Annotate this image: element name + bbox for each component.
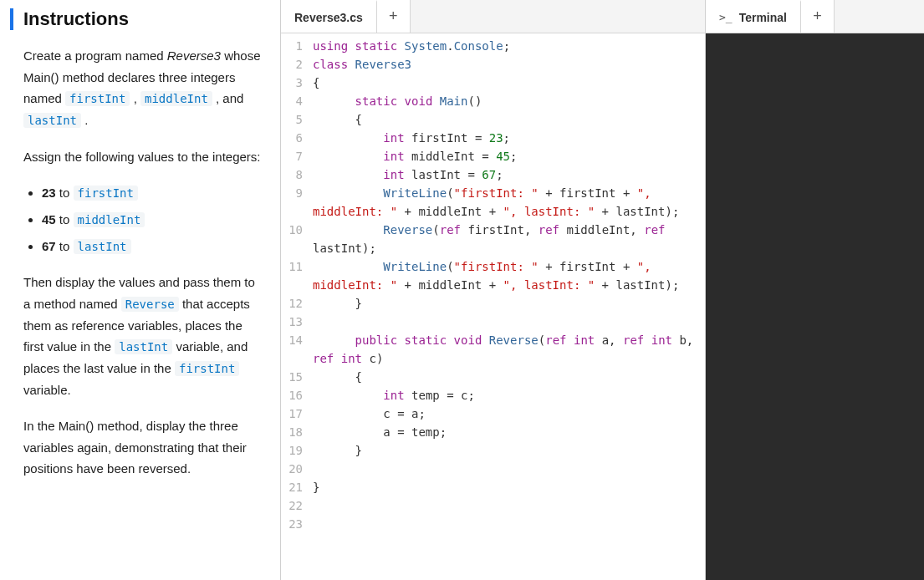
instructions-header: Instructions — [0, 0, 280, 45]
editor-gutter: 1234567891011121314151617181920212223 — [281, 33, 308, 580]
gutter-line: 20 — [281, 460, 303, 478]
gutter-line: 23 — [281, 515, 303, 533]
gutter-line: 12 — [281, 294, 303, 313]
terminal-tab-bar: >_ Terminal + — [706, 0, 924, 33]
terminal-icon: >_ — [719, 11, 733, 23]
code-line[interactable]: int middleInt = 45; — [313, 147, 705, 165]
gutter-line: 3 — [281, 74, 303, 92]
list-item: 45 to middleInt — [42, 209, 262, 231]
gutter-line: 1 — [281, 37, 303, 55]
code-line[interactable] — [313, 515, 705, 533]
terminal-tab[interactable]: >_ Terminal — [706, 0, 801, 33]
gutter-line: 9 — [281, 184, 303, 221]
gutter-line: 19 — [281, 441, 303, 460]
instructions-p1: Create a program named Reverse3 whose Ma… — [23, 45, 262, 131]
code-line[interactable]: { — [313, 110, 705, 129]
gutter-line: 6 — [281, 129, 303, 147]
code-line[interactable]: } — [313, 294, 705, 313]
code-line[interactable]: WriteLine("firstInt: " + firstInt + ", m… — [313, 184, 705, 221]
terminal-add-tab-button[interactable]: + — [801, 0, 835, 33]
gutter-line: 8 — [281, 165, 303, 184]
tab-bar-fill — [411, 0, 705, 33]
code-line[interactable]: int temp = c; — [313, 386, 705, 404]
code-line[interactable]: class Reverse3 — [313, 55, 705, 74]
gutter-line: 7 — [281, 147, 303, 165]
gutter-line: 22 — [281, 496, 303, 515]
code-line[interactable]: } — [313, 441, 705, 460]
gutter-line: 4 — [281, 92, 303, 110]
terminal-tab-label: Terminal — [739, 11, 787, 24]
code-line[interactable]: int lastInt = 67; — [313, 165, 705, 184]
accent-bar — [10, 8, 13, 30]
code-line[interactable]: { — [313, 74, 705, 92]
instructions-p2: Assign the following values to the integ… — [23, 146, 262, 168]
code-line[interactable]: { — [313, 368, 705, 386]
instructions-p4: In the Main() method, display the three … — [23, 415, 262, 480]
app-root: Instructions Create a program named Reve… — [0, 0, 924, 580]
code-line[interactable]: c = a; — [313, 404, 705, 423]
code-line[interactable]: using static System.Console; — [313, 37, 705, 55]
gutter-line: 18 — [281, 423, 303, 441]
code-line[interactable] — [313, 460, 705, 478]
editor-tab-bar: Reverse3.cs + — [281, 0, 705, 33]
instructions-panel: Instructions Create a program named Reve… — [0, 0, 281, 580]
gutter-line: 15 — [281, 368, 303, 386]
gutter-line: 2 — [281, 55, 303, 74]
editor-panel: Reverse3.cs + 12345678910111213141516171… — [281, 0, 706, 580]
gutter-line: 21 — [281, 478, 303, 496]
code-line[interactable]: } — [313, 478, 705, 496]
code-line[interactable]: WriteLine("firstInt: " + firstInt + ", m… — [313, 257, 705, 294]
instructions-bullets: 23 to firstInt 45 to middleInt 67 to las… — [23, 182, 262, 257]
editor-tab[interactable]: Reverse3.cs — [281, 0, 377, 33]
gutter-line: 14 — [281, 331, 303, 368]
editor-add-tab-button[interactable]: + — [377, 0, 411, 33]
code-line[interactable]: a = temp; — [313, 423, 705, 441]
code-line[interactable]: public static void Reverse(ref int a, re… — [313, 331, 705, 368]
gutter-line: 13 — [281, 313, 303, 331]
gutter-line: 11 — [281, 257, 303, 294]
instructions-title: Instructions — [23, 8, 129, 30]
code-line[interactable]: int firstInt = 23; — [313, 129, 705, 147]
gutter-line: 17 — [281, 404, 303, 423]
instructions-body: Create a program named Reverse3 whose Ma… — [0, 45, 280, 511]
gutter-line: 16 — [281, 386, 303, 404]
instructions-p3: Then display the values and pass them to… — [23, 272, 262, 400]
list-item: 67 to lastInt — [42, 236, 262, 257]
editor-body[interactable]: 1234567891011121314151617181920212223 us… — [281, 33, 705, 580]
code-line[interactable]: static void Main() — [313, 92, 705, 110]
code-line[interactable] — [313, 496, 705, 515]
code-line[interactable] — [313, 313, 705, 331]
terminal-panel: >_ Terminal + — [706, 0, 924, 580]
gutter-line: 5 — [281, 110, 303, 129]
terminal-body[interactable] — [706, 33, 924, 580]
gutter-line: 10 — [281, 221, 303, 257]
list-item: 23 to firstInt — [42, 182, 262, 204]
editor-code-area[interactable]: using static System.Console;class Revers… — [308, 33, 705, 580]
code-line[interactable]: Reverse(ref firstInt, ref middleInt, ref… — [313, 221, 705, 257]
